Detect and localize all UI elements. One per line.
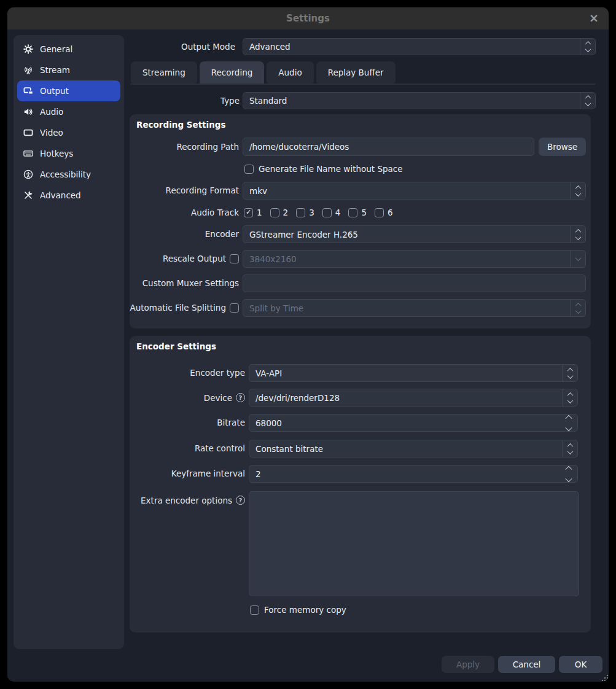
- force-memory-copy-row: Force memory copy: [250, 604, 346, 615]
- device-label: Device: [204, 393, 232, 403]
- combo-arrows-icon[interactable]: [570, 226, 585, 243]
- ok-button[interactable]: OK: [559, 656, 602, 673]
- rescale-output-value: 3840x2160: [249, 254, 564, 264]
- settings-sidebar: GeneralStreamOutputAudioVideoHotkeysAcce…: [14, 35, 124, 649]
- output-mode-select[interactable]: Advanced: [243, 38, 596, 55]
- extra-encoder-options-label: Extra encoder options: [141, 496, 232, 505]
- sidebar-item-label: General: [40, 44, 72, 54]
- title-bar[interactable]: Settings ×: [7, 7, 609, 29]
- spinbox-arrows-icon[interactable]: [560, 415, 577, 431]
- recording-path-value: /home/ducoterra/Videos: [249, 142, 528, 152]
- bitrate-spinbox[interactable]: 68000: [249, 414, 578, 432]
- combo-arrows-icon[interactable]: [570, 300, 585, 316]
- tab-audio[interactable]: Audio: [267, 61, 313, 84]
- browse-button[interactable]: Browse: [539, 138, 586, 156]
- rescale-output-select[interactable]: 3840x2160: [243, 250, 586, 268]
- help-icon[interactable]: ?: [236, 393, 245, 402]
- tab-recording[interactable]: Recording: [200, 61, 265, 84]
- type-select[interactable]: Standard: [243, 92, 596, 109]
- keyframe-interval-spinbox[interactable]: 2: [249, 465, 578, 483]
- audio-track-3-checkbox[interactable]: [296, 208, 305, 217]
- monitor-icon: [23, 128, 34, 138]
- encoder-settings-panel: Encoder Settings Encoder type VA-API Dev…: [130, 336, 591, 633]
- recording-path-input[interactable]: /home/ducoterra/Videos: [243, 138, 534, 156]
- type-label: Type: [149, 92, 240, 109]
- encoder-settings-title: Encoder Settings: [136, 341, 216, 351]
- combo-arrow-icon[interactable]: [570, 251, 585, 267]
- custom-muxer-label: Custom Muxer Settings: [130, 274, 239, 292]
- audio-track-5-checkbox[interactable]: [348, 208, 357, 217]
- audio-track-1-checkbox[interactable]: [244, 208, 253, 217]
- tab-separator: [130, 84, 596, 85]
- combo-arrows-icon[interactable]: [562, 440, 577, 457]
- sidebar-item-label: Video: [40, 128, 63, 138]
- sidebar-item-output[interactable]: Output: [17, 80, 120, 101]
- generate-without-space-checkbox[interactable]: [244, 165, 254, 174]
- recording-format-select[interactable]: mkv: [243, 182, 586, 200]
- sidebar-item-stream[interactable]: Stream: [17, 60, 120, 80]
- sidebar-item-audio[interactable]: Audio: [17, 101, 120, 122]
- device-label-row: Device ?: [130, 389, 245, 407]
- sidebar-item-label: Advanced: [40, 190, 81, 200]
- encoder-type-select[interactable]: VA-API: [249, 364, 578, 382]
- broadcast-icon: [23, 65, 34, 76]
- combo-arrows-icon[interactable]: [562, 365, 577, 381]
- audio-track-number: 2: [283, 208, 289, 217]
- combo-arrows-icon[interactable]: [562, 389, 577, 406]
- type-value: Standard: [249, 96, 574, 106]
- close-icon[interactable]: ×: [589, 7, 599, 29]
- generate-without-space-row: Generate File Name without Space: [244, 163, 403, 174]
- output-mode-value: Advanced: [249, 42, 574, 52]
- sidebar-item-label: Accessibility: [40, 169, 91, 179]
- sidebar-item-label: Hotkeys: [40, 149, 73, 158]
- encoder-value: GStreamer Encoder H.265: [249, 230, 564, 239]
- audio-track-checkboxes: 123456: [244, 207, 401, 218]
- output-mode-label: Output Mode: [149, 38, 235, 55]
- combo-arrows-icon[interactable]: [580, 39, 595, 55]
- keyboard-icon: [23, 149, 34, 159]
- speaker-icon: [23, 107, 34, 117]
- accessibility-icon: [23, 169, 34, 180]
- spinbox-arrows-icon[interactable]: [560, 465, 577, 482]
- sidebar-item-advanced[interactable]: Advanced: [17, 185, 120, 206]
- device-value: /dev/dri/renderD128: [255, 393, 556, 403]
- audio-track-2: 2: [270, 208, 289, 217]
- generate-without-space-label: Generate File Name without Space: [259, 164, 403, 174]
- tab-replay-buffer[interactable]: Replay Buffer: [316, 61, 396, 84]
- audio-track-4-checkbox[interactable]: [322, 208, 332, 217]
- audio-track-4: 4: [322, 208, 341, 217]
- sidebar-item-hotkeys[interactable]: Hotkeys: [17, 143, 120, 164]
- encoder-select[interactable]: GStreamer Encoder H.265: [243, 225, 586, 243]
- force-memory-copy-checkbox[interactable]: [250, 605, 259, 615]
- auto-file-splitting-select[interactable]: Split by Time: [243, 299, 586, 317]
- tab-streaming[interactable]: Streaming: [131, 61, 197, 84]
- extra-encoder-options-textarea[interactable]: [249, 491, 579, 596]
- device-select[interactable]: /dev/dri/renderD128: [249, 389, 578, 407]
- output-tab-bar: StreamingRecordingAudioReplay Buffer: [131, 61, 396, 84]
- combo-arrows-icon[interactable]: [580, 93, 595, 109]
- audio-track-1: 1: [244, 208, 262, 217]
- rate-control-select[interactable]: Constant bitrate: [249, 440, 578, 457]
- cancel-button[interactable]: Cancel: [498, 656, 555, 673]
- custom-muxer-input[interactable]: [243, 274, 586, 292]
- keyframe-interval-label: Keyframe interval: [130, 465, 245, 483]
- audio-track-3: 3: [296, 208, 314, 217]
- audio-track-number: 4: [335, 208, 341, 217]
- audio-track-number: 6: [388, 208, 393, 217]
- sidebar-item-general[interactable]: General: [17, 39, 120, 60]
- recording-settings-panel: Recording Settings Recording Path /home/…: [130, 114, 591, 329]
- help-icon[interactable]: ?: [236, 496, 245, 505]
- rate-control-label: Rate control: [130, 440, 245, 457]
- combo-arrows-icon[interactable]: [570, 182, 585, 199]
- bitrate-value: 68000: [255, 418, 556, 428]
- audio-track-2-checkbox[interactable]: [270, 208, 279, 217]
- auto-file-splitting-checkbox[interactable]: [230, 303, 239, 313]
- apply-button[interactable]: Apply: [442, 656, 494, 673]
- audio-track-number: 3: [309, 208, 314, 217]
- rescale-output-checkbox[interactable]: [230, 254, 239, 263]
- sidebar-item-accessibility[interactable]: Accessibility: [17, 164, 120, 185]
- resize-grip-icon[interactable]: [601, 673, 609, 681]
- sidebar-item-video[interactable]: Video: [17, 122, 120, 143]
- audio-track-6-checkbox[interactable]: [375, 208, 384, 217]
- settings-window: Settings × GeneralStreamOutputAudioVideo…: [7, 7, 609, 682]
